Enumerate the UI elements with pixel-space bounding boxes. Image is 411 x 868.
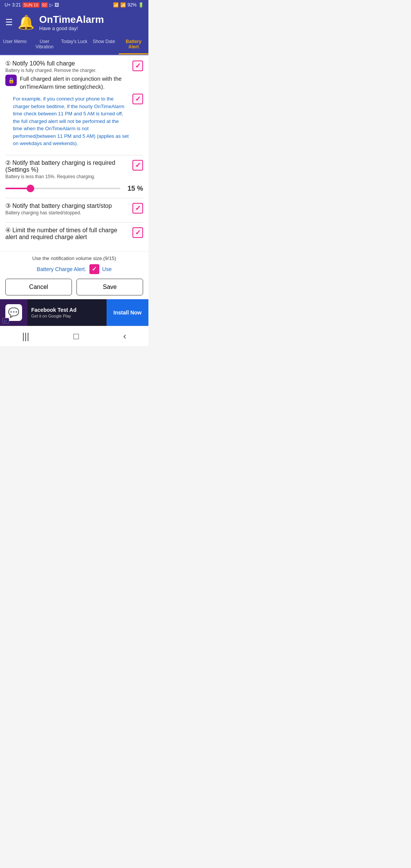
slider-thumb[interactable] (27, 185, 34, 192)
battery-charge-row: Battery Charge Alert. Use (5, 264, 143, 274)
main-content: ① Notify 100% full charge Battery is ful… (0, 55, 148, 251)
integration-text: Full charged alert in conjunction with t… (20, 75, 143, 91)
section2-text: ② Notify that battery charging is requir… (5, 159, 129, 181)
section-full-charge: ① Notify 100% full charge Battery is ful… (5, 60, 143, 150)
ad-play-icon: ▷ (4, 319, 7, 323)
section1-blue-text: For example, if you connect your phone t… (13, 95, 129, 147)
volume-text: Use the notification volume size.(9/15) (5, 255, 143, 261)
status-right: 📶 📶 92% 🔋 (113, 2, 144, 8)
ad-title: Facebook Test Ad (31, 307, 103, 313)
app-subtitle: Have a good day! (39, 26, 104, 31)
carrier-label: U+ (5, 2, 11, 8)
wifi-icon: 📶 (113, 2, 119, 8)
section2-checkbox[interactable] (132, 160, 143, 171)
section4-row: ④ Limit the number of times of full char… (5, 227, 143, 241)
section4-title: ④ Limit the number of times of full char… (5, 227, 129, 241)
section3-subtitle: Battery charging has started/stopped. (5, 210, 129, 215)
battery-charge-checkbox[interactable] (89, 264, 99, 274)
integration-row: 🔒 Full charged alert in conjunction with… (5, 75, 143, 91)
section2-row: ② Notify that battery charging is requir… (5, 159, 143, 181)
section1-title: ① Notify 100% full charge (5, 60, 129, 67)
ad-banner: 💬 ▷ Facebook Test Ad Get it on Google Pl… (0, 299, 148, 326)
image-icon: 🖼 (54, 2, 59, 8)
header-text-group: OnTimeAlarm Have a good day! (39, 14, 104, 31)
bell-icon: 🔔 (18, 14, 35, 30)
ad-subtitle: Get it on Google Play (31, 314, 103, 318)
signal-icon: 📶 (120, 2, 126, 8)
status-left: U+ 3:21 SUN 10 92 ▷ 🖼 (5, 2, 59, 8)
tab-bar: User Memo User Vibration Today's Luck Sh… (0, 35, 148, 55)
section4-checkbox[interactable] (132, 227, 143, 238)
battery-icon: 🔋 (138, 2, 144, 8)
install-now-button[interactable]: Install Now (107, 299, 148, 326)
integration-icon: 🔒 (5, 75, 17, 86)
play-icon: ▷ (49, 2, 53, 8)
section3-text: ③ Notify that battery charging start/sto… (5, 202, 129, 217)
section-limit-alerts: ④ Limit the number of times of full char… (5, 227, 143, 241)
section1-text: ① Notify 100% full charge Battery is ful… (5, 60, 129, 75)
lock-alarm-icon: 🔒 (8, 77, 14, 83)
section2-title: ② Notify that battery charging is requir… (5, 159, 129, 173)
app-title: OnTimeAlarm (39, 14, 104, 26)
calendar2-icon: 92 (41, 2, 48, 8)
nav-recents-icon[interactable]: ||| (22, 331, 29, 341)
section1-checkbox[interactable] (132, 61, 143, 71)
divider2 (5, 198, 143, 198)
section1-second-checkbox[interactable] (132, 94, 143, 104)
status-bar: U+ 3:21 SUN 10 92 ▷ 🖼 📶 📶 92% 🔋 (0, 0, 148, 10)
ad-icon-container: 💬 ▷ (0, 299, 27, 326)
section2-subtitle: Battery is less than 15%. Requires charg… (5, 174, 129, 179)
bottom-bar: Use the notification volume size.(9/15) … (0, 251, 148, 299)
tab-show-date[interactable]: Show Date (89, 35, 119, 54)
calendar-icon: SUN 10 (22, 2, 40, 8)
section4-text: ④ Limit the number of times of full char… (5, 227, 129, 241)
section1-row: ① Notify 100% full charge Battery is ful… (5, 60, 143, 75)
tab-battery-alert[interactable]: Battery Alert (119, 35, 148, 54)
slider-value-label: 15 % (124, 185, 143, 193)
cancel-button[interactable]: Cancel (5, 279, 72, 295)
section-charge-required: ② Notify that battery charging is requir… (5, 159, 143, 193)
section3-title: ③ Notify that battery charging start/sto… (5, 202, 129, 209)
ad-icon-symbol: 💬 (8, 307, 19, 318)
slider-row: 15 % (5, 185, 143, 193)
use-label: Use (102, 266, 112, 272)
tab-todays-luck[interactable]: Today's Luck (59, 35, 89, 54)
tab-user-memo[interactable]: User Memo (0, 35, 30, 54)
section1-subtitle: Battery is fully charged. Remove the cha… (5, 68, 129, 73)
section1-blue-row: For example, if you connect your phone t… (5, 93, 143, 150)
section-charge-start-stop: ③ Notify that battery charging start/sto… (5, 202, 143, 217)
section3-row: ③ Notify that battery charging start/sto… (5, 202, 143, 217)
save-button[interactable]: Save (76, 279, 143, 295)
hamburger-menu[interactable]: ☰ (5, 18, 13, 27)
action-buttons: Cancel Save (5, 279, 143, 295)
nav-bar: ||| □ ‹ (0, 326, 148, 346)
divider1 (5, 155, 143, 155)
nav-back-icon[interactable]: ‹ (123, 331, 126, 341)
divider3 (5, 222, 143, 223)
section3-checkbox[interactable] (132, 203, 143, 214)
ad-play-badge: ▷ (2, 318, 9, 324)
battery-percent: 92% (127, 2, 137, 8)
battery-charge-label: Battery Charge Alert. (37, 266, 86, 272)
battery-slider-track[interactable] (5, 188, 120, 189)
nav-home-icon[interactable]: □ (73, 331, 79, 341)
app-header: ☰ 🔔 OnTimeAlarm Have a good day! (0, 10, 148, 35)
tab-user-vibration[interactable]: User Vibration (30, 35, 59, 54)
time-label: 3:21 (12, 2, 21, 8)
ad-text-group: Facebook Test Ad Get it on Google Play (27, 304, 107, 321)
